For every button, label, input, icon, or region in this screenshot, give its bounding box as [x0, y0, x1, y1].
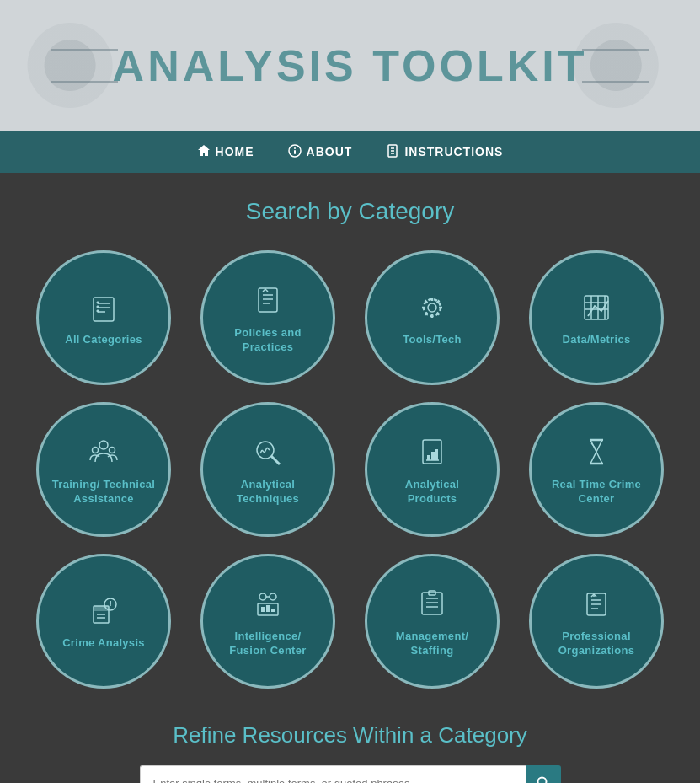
app-title: ANALYSIS TOOLKIT [113, 40, 588, 91]
nav-about[interactable]: ABOUT [288, 144, 353, 160]
category-label: Training/ Technical Assistance [51, 478, 156, 507]
main-content: Search by Category All Categories Polici… [0, 173, 700, 783]
category-real-time-crime[interactable]: Real Time Crime Center [529, 402, 664, 537]
category-intelligence-fusion[interactable]: Intelligence/ Fusion Center [200, 554, 335, 689]
magnify-chart-icon [249, 433, 287, 471]
svg-rect-12 [97, 302, 99, 303]
svg-line-35 [267, 448, 270, 450]
gear-icon [414, 288, 452, 326]
org-icon [578, 585, 616, 623]
list-icon [85, 288, 123, 326]
category-policies-practices[interactable]: Policies and Practices [200, 250, 335, 385]
category-label: Intelligence/ Fusion Center [216, 630, 320, 658]
category-data-metrics[interactable]: Data/Metrics [529, 250, 664, 385]
svg-point-27 [99, 441, 108, 449]
header-decoration-right [582, 49, 649, 83]
svg-rect-38 [431, 452, 435, 460]
category-all-categories[interactable]: All Categories [36, 250, 171, 385]
document-icon [386, 144, 399, 160]
hourglass-icon [578, 433, 616, 471]
svg-point-54 [259, 593, 266, 600]
search-icon [536, 775, 551, 783]
svg-point-28 [93, 448, 99, 453]
svg-rect-14 [97, 310, 99, 312]
refine-title: Refine Resources Within a Category [17, 722, 683, 748]
svg-line-31 [271, 456, 280, 464]
svg-point-67 [537, 778, 546, 784]
category-professional-organizations[interactable]: Professional Organizations [529, 554, 664, 689]
category-label: Data/Metrics [563, 333, 631, 347]
category-tools-tech[interactable]: Tools/Tech [365, 250, 500, 385]
search-by-category-title: Search by Category [17, 198, 683, 225]
crime-analysis-icon [85, 592, 123, 630]
svg-rect-13 [97, 306, 99, 308]
data-metrics-icon [578, 288, 616, 326]
category-label: Management/ Staffing [380, 630, 484, 658]
info-icon [288, 144, 302, 160]
svg-rect-7 [94, 298, 114, 321]
category-label: Analytical Techniques [216, 478, 320, 507]
nav-home[interactable]: HOME [197, 144, 254, 160]
svg-rect-1 [294, 150, 296, 154]
category-analytical-products[interactable]: Analytical Products [365, 402, 500, 537]
category-label: Policies and Practices [216, 326, 320, 355]
category-training-technical[interactable]: Training/ Technical Assistance [36, 402, 171, 537]
svg-rect-15 [259, 288, 277, 312]
search-input[interactable] [140, 765, 526, 783]
category-label: Real Time Crime Center [544, 478, 649, 507]
management-icon [414, 585, 452, 623]
fusion-icon [249, 585, 287, 623]
bar-doc-icon [414, 433, 452, 471]
search-button[interactable] [526, 765, 561, 783]
category-label: Tools/Tech [403, 333, 462, 347]
svg-rect-51 [261, 607, 265, 612]
home-icon [197, 144, 211, 160]
category-management-staffing[interactable]: Management/ Staffing [365, 554, 500, 689]
header: ANALYSIS TOOLKIT [0, 0, 700, 131]
nav-instructions[interactable]: INSTRUCTIONS [386, 144, 503, 160]
main-nav: HOME ABOUT INSTRUCTIONS [0, 131, 700, 173]
svg-rect-52 [266, 605, 270, 612]
category-analytical-techniques[interactable]: Analytical Techniques [200, 402, 335, 537]
policy-icon [249, 282, 287, 319]
svg-rect-39 [435, 449, 438, 460]
svg-rect-57 [422, 593, 442, 614]
category-grid: All Categories Policies and Practices To… [30, 250, 671, 689]
svg-point-19 [428, 303, 436, 312]
svg-line-34 [265, 448, 267, 453]
category-crime-analysis[interactable]: Crime Analysis [36, 554, 171, 689]
training-icon [85, 433, 123, 471]
search-bar [140, 765, 561, 783]
svg-rect-53 [271, 609, 275, 612]
svg-rect-37 [427, 455, 430, 460]
svg-point-49 [110, 604, 111, 606]
category-label: Professional Organizations [544, 630, 649, 658]
category-label: All Categories [65, 333, 142, 347]
refine-section: Refine Resources Within a Category [17, 722, 683, 783]
svg-point-29 [110, 448, 115, 453]
svg-point-55 [270, 593, 276, 600]
header-decoration-left [51, 49, 118, 83]
category-label: Crime Analysis [62, 636, 145, 651]
category-label: Analytical Products [380, 478, 484, 507]
svg-point-2 [294, 147, 296, 149]
